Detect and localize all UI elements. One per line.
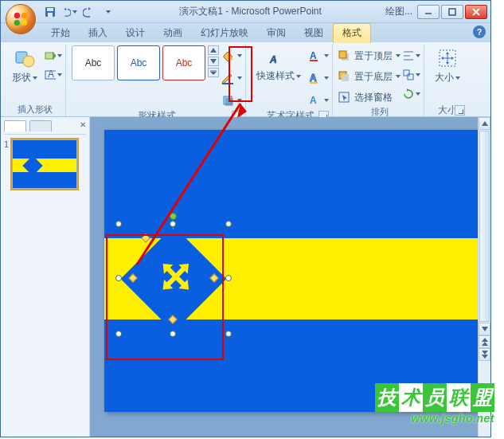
svg-rect-24 (310, 82, 318, 84)
selection-pane-button[interactable]: 选择窗格 (338, 88, 400, 106)
svg-point-12 (23, 56, 34, 67)
prev-slide-icon[interactable] (479, 335, 490, 348)
group-label-arrange: 排列 (338, 106, 420, 118)
wordart-quick-styles-button[interactable]: A 快速样式 (252, 45, 306, 83)
maximize-button[interactable] (441, 5, 463, 19)
styles-more-icon[interactable] (208, 68, 219, 77)
group-icon[interactable] (403, 68, 420, 82)
undo-icon[interactable] (61, 4, 77, 20)
slide-panel: ✕ 1 (1, 117, 90, 437)
svg-rect-27 (339, 51, 346, 58)
rotation-handle[interactable] (170, 213, 177, 220)
scroll-thumb[interactable] (479, 131, 490, 322)
shape-effects-button[interactable] (221, 92, 242, 109)
close-button[interactable] (465, 5, 487, 19)
svg-text:A: A (310, 73, 317, 84)
shape-style-2[interactable]: Abc (117, 45, 160, 80)
tab-home[interactable]: 开始 (42, 24, 79, 43)
slide-thumbnail-1[interactable] (12, 139, 77, 189)
shapes-gallery-button[interactable]: 形状 (7, 45, 42, 84)
shape-style-3[interactable]: Abc (162, 45, 205, 80)
outline-tab-icon[interactable] (29, 120, 52, 131)
size-button[interactable]: 大小 (430, 45, 465, 84)
shapes-label: 形状 (12, 72, 31, 83)
rotate-icon[interactable] (403, 87, 420, 101)
svg-rect-29 (342, 74, 349, 81)
slide-number: 1 (4, 139, 9, 189)
svg-point-0 (14, 13, 20, 18)
svg-rect-13 (45, 53, 53, 59)
app-window: 演示文稿1 - Microsoft PowerPoint 绘图... 开始 插入… (0, 0, 491, 437)
styles-scroll-up-icon[interactable] (208, 45, 219, 55)
redo-icon[interactable] (80, 4, 96, 20)
watermark-url: www.jsgho.net (375, 412, 494, 425)
scroll-up-icon[interactable] (479, 117, 490, 130)
save-icon[interactable] (42, 4, 58, 20)
minimize-button[interactable] (417, 5, 440, 19)
qat-customize-icon[interactable] (100, 4, 115, 20)
ribbon: 形状 A 插入形状 Abc Abc Abc (1, 42, 490, 117)
svg-rect-6 (48, 13, 53, 17)
text-fill-button[interactable]: A (308, 47, 329, 65)
resize-handle-se[interactable] (225, 331, 232, 337)
resize-handle-ne[interactable] (225, 221, 232, 227)
paint-bucket-icon (221, 49, 234, 62)
svg-text:A: A (310, 50, 317, 61)
watermark: 技 术 员 联 盟 www.jsgho.net (375, 383, 494, 425)
slides-tab-icon[interactable] (4, 120, 26, 131)
styles-scroll-down-icon[interactable] (208, 57, 219, 66)
resize-handle-sw[interactable] (115, 331, 122, 337)
panel-close-icon[interactable]: ✕ (80, 120, 86, 134)
svg-rect-34 (404, 70, 409, 76)
svg-point-3 (21, 20, 27, 25)
group-shape-styles: Abc Abc Abc 形状样式 (68, 44, 246, 116)
resize-handle-e[interactable] (225, 275, 232, 281)
text-outline-button[interactable]: A (308, 69, 329, 87)
bring-to-front-button[interactable]: 置于顶层 (338, 47, 400, 65)
tab-review[interactable]: 审阅 (258, 24, 295, 43)
edit-shape-icon[interactable] (45, 49, 62, 63)
pen-outline-icon (221, 72, 234, 84)
scroll-down-icon[interactable] (479, 323, 490, 335)
quick-styles-label: 快速样式 (256, 70, 295, 81)
svg-text:A: A (310, 95, 317, 106)
tab-slideshow[interactable]: 幻灯片放映 (192, 24, 257, 43)
resize-handle-w[interactable] (115, 275, 122, 281)
slide-canvas[interactable] (104, 130, 485, 412)
next-slide-icon[interactable] (479, 348, 490, 361)
svg-text:A: A (269, 54, 277, 65)
svg-text:A: A (48, 69, 54, 80)
svg-rect-35 (408, 74, 413, 80)
text-box-icon[interactable]: A (45, 68, 62, 82)
tab-design[interactable]: 设计 (117, 24, 154, 43)
shape-style-1[interactable]: Abc (72, 45, 115, 80)
watermark-logo: 技 术 员 联 盟 (375, 383, 494, 412)
selected-shape[interactable] (119, 224, 229, 334)
group-label-insert-shapes: 插入形状 (7, 104, 62, 116)
svg-rect-5 (47, 8, 53, 11)
adjust-handle-1[interactable] (141, 233, 150, 242)
shape-outline-button[interactable] (221, 69, 242, 87)
quick-access-toolbar (42, 4, 115, 20)
shape-fill-button[interactable] (221, 47, 242, 65)
group-size: 大小 大小 (427, 44, 468, 116)
office-button[interactable] (6, 4, 36, 34)
tab-format[interactable]: 格式 (333, 23, 371, 43)
tab-insert[interactable]: 插入 (80, 24, 116, 43)
svg-rect-8 (449, 9, 455, 15)
tab-view[interactable]: 视图 (295, 24, 332, 43)
svg-point-2 (14, 20, 20, 25)
effects-icon (221, 94, 234, 107)
resize-handle-n[interactable] (170, 221, 176, 227)
group-wordart-styles: A 快速样式 A A A 艺术字样式 (248, 44, 333, 116)
text-effects-button[interactable]: A (308, 92, 329, 109)
resize-handle-nw[interactable] (115, 221, 122, 227)
align-icon[interactable] (403, 49, 420, 63)
size-dialog-launcher[interactable] (455, 105, 465, 116)
tab-animations[interactable]: 动画 (154, 24, 191, 43)
titlebar: 演示文稿1 - Microsoft PowerPoint 绘图... (1, 1, 490, 23)
help-icon[interactable]: ? (473, 25, 486, 38)
send-to-back-button[interactable]: 置于底层 (338, 68, 400, 85)
svg-rect-19 (225, 98, 233, 106)
resize-handle-s[interactable] (170, 331, 176, 337)
